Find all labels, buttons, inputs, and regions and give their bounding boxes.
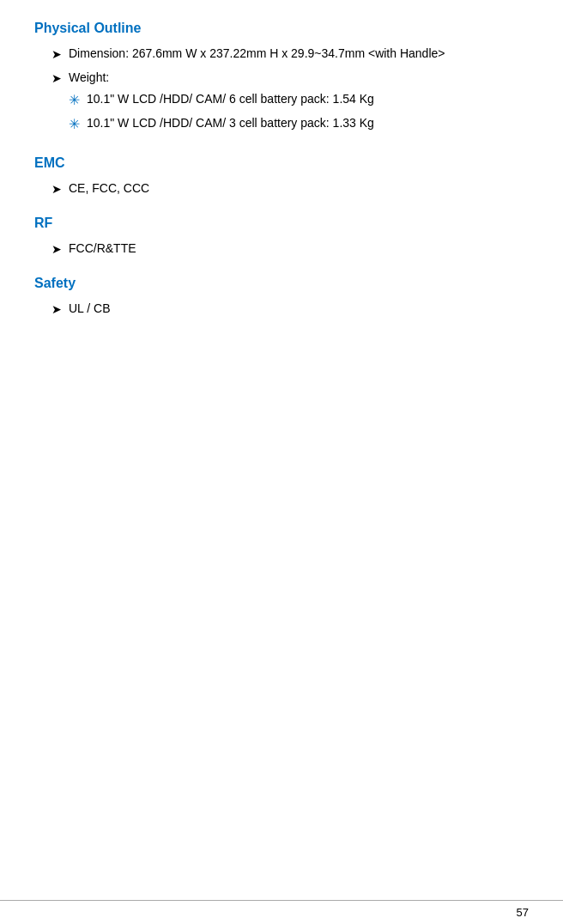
list-item-text: UL / CB — [69, 300, 111, 318]
sub-list-item: ✳10.1" W LCD /HDD/ CAM/ 3 cell battery p… — [69, 114, 374, 135]
section-heading-emc: EMC — [34, 155, 529, 171]
sub-list-item-text: 10.1" W LCD /HDD/ CAM/ 3 cell battery pa… — [87, 114, 374, 132]
sub-list: ✳10.1" W LCD /HDD/ CAM/ 6 cell battery p… — [69, 90, 374, 135]
bullet-list-emc: ➤CE, FCC, CCC — [51, 179, 529, 198]
list-item-text: Dimension: 267.6mm W x 237.22mm H x 29.9… — [69, 45, 445, 63]
bullet-arrow-icon: ➤ — [51, 240, 62, 258]
list-item-text: CE, FCC, CCC — [69, 179, 149, 198]
section-heading-physical-outline: Physical Outline — [34, 21, 529, 36]
bullet-list-physical-outline: ➤Dimension: 267.6mm W x 237.22mm H x 29.… — [51, 45, 529, 138]
list-item: ➤CE, FCC, CCC — [51, 179, 529, 198]
list-item-text: FCC/R&TTE — [69, 240, 136, 258]
bullet-arrow-icon: ➤ — [51, 46, 62, 64]
list-item: ➤Dimension: 267.6mm W x 237.22mm H x 29.… — [51, 45, 529, 64]
page-number-bar: 57 — [0, 900, 563, 924]
sub-bullet-icon: ✳ — [69, 114, 80, 135]
list-item: ➤UL / CB — [51, 300, 529, 319]
list-item-text: Weight:✳10.1" W LCD /HDD/ CAM/ 6 cell ba… — [69, 69, 374, 138]
page-content: Physical Outline➤Dimension: 267.6mm W x … — [0, 0, 563, 379]
sub-list-item-text: 10.1" W LCD /HDD/ CAM/ 6 cell battery pa… — [87, 90, 374, 108]
bullet-list-safety: ➤UL / CB — [51, 300, 529, 319]
section-heading-safety: Safety — [34, 276, 529, 291]
bullet-arrow-icon: ➤ — [51, 70, 62, 88]
list-item: ➤FCC/R&TTE — [51, 240, 529, 258]
bullet-arrow-icon: ➤ — [51, 301, 62, 319]
section-heading-rf: RF — [34, 216, 529, 231]
sub-bullet-icon: ✳ — [69, 90, 80, 111]
bullet-arrow-icon: ➤ — [51, 180, 62, 198]
bullet-list-rf: ➤FCC/R&TTE — [51, 240, 529, 258]
list-item: ➤Weight:✳10.1" W LCD /HDD/ CAM/ 6 cell b… — [51, 69, 529, 138]
sub-list-item: ✳10.1" W LCD /HDD/ CAM/ 6 cell battery p… — [69, 90, 374, 111]
page-number: 57 — [517, 906, 529, 919]
